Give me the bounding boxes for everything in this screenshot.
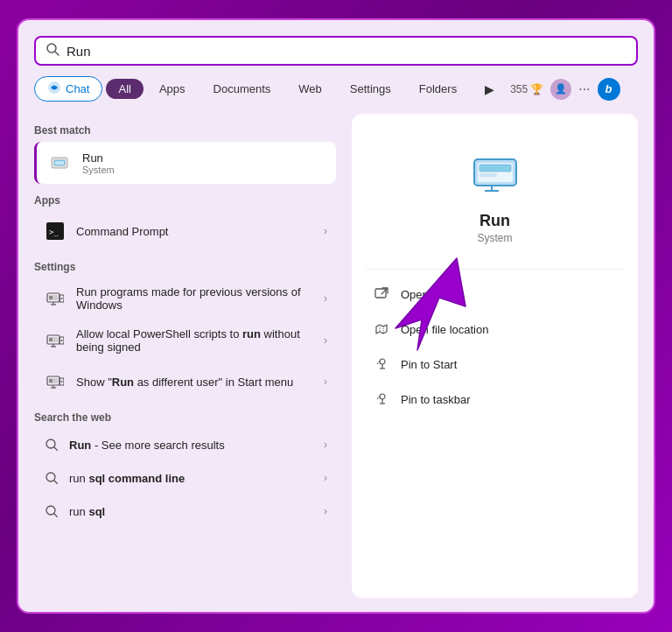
svg-point-45 bbox=[380, 359, 385, 364]
search-bar bbox=[34, 36, 638, 66]
main-content: Best match Run System Apps bbox=[34, 114, 638, 612]
svg-point-49 bbox=[380, 394, 385, 399]
search-input[interactable] bbox=[66, 44, 626, 59]
chevron-right-icon-4: › bbox=[324, 376, 327, 388]
settings-text-2: Allow local PowerShell scripts to run wi… bbox=[76, 327, 324, 354]
tab-folders[interactable]: Folders bbox=[407, 79, 469, 99]
svg-line-48 bbox=[377, 362, 380, 364]
web-search-1[interactable]: Run - See more search results › bbox=[34, 429, 336, 460]
app-hero: Run System bbox=[366, 131, 624, 244]
svg-rect-38 bbox=[480, 173, 497, 177]
settings-item-1[interactable]: Run programs made for previous versions … bbox=[34, 278, 336, 319]
tab-documents-label: Documents bbox=[214, 82, 271, 95]
web-search-text-1: Run - See more search results bbox=[69, 439, 324, 452]
svg-point-31 bbox=[46, 473, 55, 481]
action-pin-taskbar[interactable]: Pin to taskbar bbox=[366, 382, 624, 417]
action-open-location-label: Open file location bbox=[401, 323, 488, 336]
tab-web[interactable]: Web bbox=[286, 79, 334, 99]
run-app-icon-large bbox=[467, 145, 523, 201]
command-prompt-icon: >_ bbox=[43, 219, 67, 243]
divider-1 bbox=[366, 269, 624, 270]
svg-rect-24 bbox=[49, 379, 52, 383]
best-match-run[interactable]: Run System bbox=[34, 142, 336, 184]
tab-more-arrow[interactable]: ▶ bbox=[472, 79, 507, 100]
chevron-right-icon-6: › bbox=[324, 472, 327, 484]
settings-item-2[interactable]: Allow local PowerShell scripts to run wi… bbox=[34, 320, 336, 361]
command-prompt-text: Command Prompt bbox=[76, 225, 324, 238]
svg-line-1 bbox=[55, 52, 59, 55]
action-open-label: Open bbox=[401, 288, 429, 301]
tab-all-label: All bbox=[118, 82, 130, 95]
tab-apps-label: Apps bbox=[159, 82, 186, 95]
svg-line-52 bbox=[377, 397, 380, 399]
pin-start-icon bbox=[373, 355, 390, 373]
copilot-icon bbox=[47, 81, 61, 97]
action-pin-start-label: Pin to Start bbox=[401, 358, 457, 371]
web-search-text-3: run sql bbox=[69, 505, 324, 518]
settings-item-3[interactable]: Show "Run as different user" in Start me… bbox=[34, 362, 336, 401]
tab-documents[interactable]: Documents bbox=[201, 79, 284, 99]
tab-all[interactable]: All bbox=[106, 79, 143, 99]
action-open[interactable]: Open bbox=[366, 277, 624, 312]
svg-rect-5 bbox=[55, 161, 64, 165]
avatar[interactable]: 👤 bbox=[550, 79, 571, 100]
best-match-label: Best match bbox=[34, 124, 336, 137]
avatar-icon: 👤 bbox=[555, 83, 567, 95]
search-icon bbox=[46, 43, 60, 59]
left-panel: Best match Run System Apps bbox=[34, 114, 345, 612]
open-location-icon bbox=[373, 320, 390, 338]
svg-text:>_: >_ bbox=[49, 228, 59, 236]
chevron-right-icon-2: › bbox=[324, 292, 327, 305]
tab-web-label: Web bbox=[298, 82, 322, 95]
web-search-2[interactable]: run sql command line › bbox=[34, 462, 336, 494]
run-result-text: Run System bbox=[82, 151, 327, 175]
settings-text-1: Run programs made for previous versions … bbox=[76, 285, 324, 312]
bing-logo: b bbox=[606, 82, 612, 95]
web-search-3[interactable]: run sql › bbox=[34, 495, 336, 527]
run-result-name: Run bbox=[82, 151, 327, 165]
tab-chat-label: Chat bbox=[66, 82, 89, 95]
web-search-icon-1 bbox=[43, 436, 60, 453]
start-menu-window: Chat All Apps Documents Web Settings Fol… bbox=[17, 18, 655, 614]
svg-rect-17 bbox=[49, 338, 52, 341]
svg-point-29 bbox=[46, 439, 55, 448]
svg-rect-37 bbox=[480, 165, 511, 172]
command-prompt-item[interactable]: >_ Command Prompt › bbox=[34, 212, 336, 250]
svg-point-21 bbox=[61, 340, 63, 341]
svg-line-34 bbox=[54, 514, 58, 517]
settings-icon-2 bbox=[43, 328, 67, 353]
chevron-right-icon-7: › bbox=[324, 505, 327, 517]
tabs-right: 355 🏆 👤 ··· b bbox=[510, 78, 620, 101]
run-result-sub: System bbox=[82, 165, 327, 175]
tab-chat[interactable]: Chat bbox=[34, 76, 102, 102]
tab-apps[interactable]: Apps bbox=[147, 79, 198, 99]
trophy-icon: 🏆 bbox=[530, 83, 543, 95]
chevron-right-icon-3: › bbox=[324, 334, 327, 347]
open-icon bbox=[373, 285, 390, 303]
tabs-row: Chat All Apps Documents Web Settings Fol… bbox=[34, 76, 638, 102]
chevron-right-icon-5: › bbox=[324, 439, 327, 451]
pin-taskbar-icon bbox=[373, 390, 390, 408]
settings-section-label: Settings bbox=[34, 261, 336, 273]
settings-text-3: Show "Run as different user" in Start me… bbox=[76, 376, 324, 389]
tab-settings[interactable]: Settings bbox=[338, 79, 403, 99]
bing-icon[interactable]: b bbox=[598, 78, 620, 101]
more-options-button[interactable]: ··· bbox=[578, 81, 590, 97]
action-pin-taskbar-label: Pin to taskbar bbox=[401, 393, 471, 406]
tab-folders-label: Folders bbox=[419, 82, 457, 95]
settings-icon-1 bbox=[43, 286, 67, 311]
settings-icon-3 bbox=[43, 369, 67, 394]
right-panel: Run System Open bbox=[352, 114, 638, 598]
svg-line-30 bbox=[54, 447, 58, 451]
action-pin-start[interactable]: Pin to Start bbox=[366, 347, 624, 382]
run-app-icon bbox=[46, 149, 74, 177]
svg-point-28 bbox=[61, 381, 63, 383]
svg-point-33 bbox=[46, 506, 55, 515]
svg-point-14 bbox=[61, 298, 63, 299]
action-open-location[interactable]: Open file location bbox=[366, 312, 624, 347]
search-web-label: Search the web bbox=[34, 411, 336, 424]
tab-settings-label: Settings bbox=[350, 82, 391, 95]
score-badge: 355 🏆 bbox=[510, 83, 543, 95]
web-search-icon-2 bbox=[43, 469, 60, 487]
web-search-text-2: run sql command line bbox=[69, 472, 324, 485]
